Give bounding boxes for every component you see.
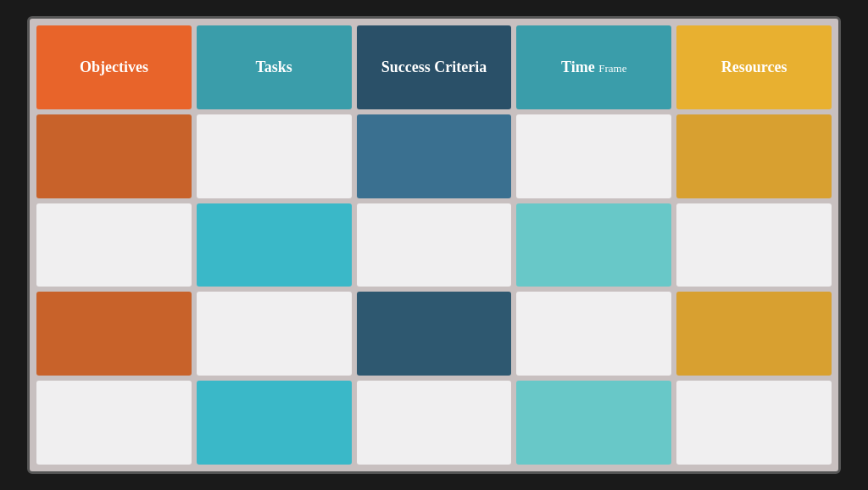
header-resources: Resources (676, 25, 832, 109)
tasks-label: Tasks (256, 58, 292, 76)
smart-board: Objectives Tasks Success Criteria Time F… (27, 16, 841, 474)
cell-r2c3 (357, 114, 512, 198)
cell-r5c2 (197, 381, 352, 465)
cell-r3c3 (357, 203, 512, 287)
cell-r3c1 (36, 203, 192, 287)
cell-r4c2 (197, 292, 352, 376)
header-tasks: Tasks (197, 25, 352, 109)
cell-r5c1 (36, 381, 192, 465)
cell-r2c1 (36, 114, 192, 198)
cell-r4c5 (676, 292, 832, 376)
cell-r5c3 (357, 381, 512, 465)
header-success-criteria: Success Criteria (357, 25, 512, 109)
cell-r4c3 (357, 292, 512, 376)
time-frame-label: Time Frame (561, 58, 626, 76)
objectives-label: Objectives (80, 58, 148, 76)
cell-r5c5 (676, 381, 832, 465)
cell-r2c4 (516, 114, 671, 198)
cell-r4c4 (516, 292, 671, 376)
cell-r3c5 (676, 203, 832, 287)
cell-r2c2 (197, 114, 352, 198)
header-time-frame: Time Frame (516, 25, 671, 109)
cell-r3c4 (516, 203, 671, 287)
resources-label: Resources (721, 58, 787, 76)
success-criteria-label: Success Criteria (381, 58, 487, 76)
cell-r3c2 (197, 203, 352, 287)
cell-r4c1 (36, 292, 192, 376)
header-objectives: Objectives (36, 25, 192, 109)
cell-r5c4 (516, 381, 671, 465)
cell-r2c5 (676, 114, 832, 198)
